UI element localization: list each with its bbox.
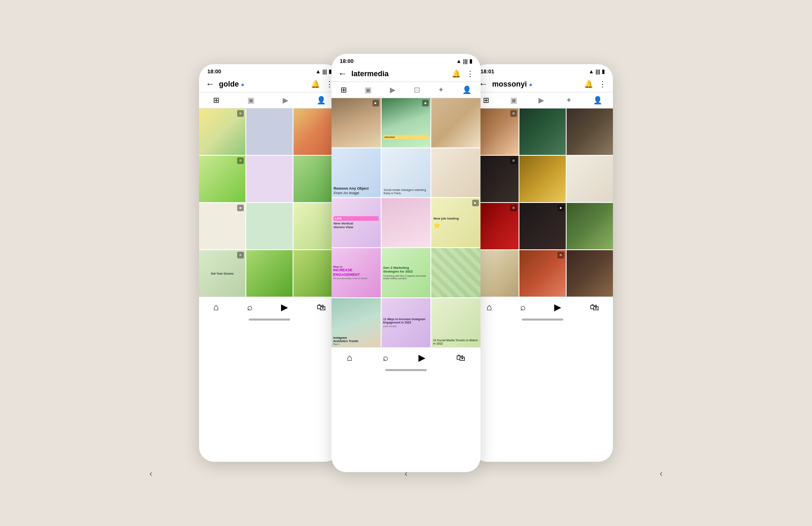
reels-icon-right[interactable]: ▶: [554, 302, 561, 313]
bell-icon-right[interactable]: 🔔: [584, 80, 593, 89]
search-icon-center[interactable]: ⌕: [383, 352, 388, 363]
grid-cell-l4[interactable]: ⊞: [199, 156, 245, 202]
tab-grid-center[interactable]: ⊞: [341, 85, 347, 94]
grid-cell-r11[interactable]: ⊞: [519, 250, 566, 297]
grid-cell-l8[interactable]: [246, 203, 293, 249]
tab-bar-left: ⊞ ▣ ▶ 👤: [199, 92, 340, 109]
grid-cell-r9[interactable]: [567, 203, 613, 249]
home-icon-right[interactable]: ⌂: [486, 302, 492, 313]
grid-cell-l1[interactable]: ⊞: [199, 109, 245, 155]
grid-cell-c9[interactable]: New job loading ⭐ ▶: [431, 198, 480, 247]
signal-icon-c: |||: [463, 58, 468, 64]
tab-video-right[interactable]: ▣: [510, 96, 517, 105]
more-icon-right[interactable]: ⋮: [599, 80, 606, 89]
home-icon-left[interactable]: ⌂: [213, 302, 219, 313]
verified-badge-right: ●: [529, 81, 532, 88]
grid-cell-l10[interactable]: Get Your Greens ⊞: [199, 250, 245, 297]
grid-cell-l2[interactable]: [246, 109, 293, 155]
home-bar-center: [385, 369, 427, 371]
grid-cell-c3[interactable]: [431, 98, 480, 147]
grid-cell-l5[interactable]: [246, 156, 293, 202]
grid-cell-c11[interactable]: Gen Z Marketing Strategies for 2022 Conn…: [382, 248, 431, 297]
bell-icon-left[interactable]: 🔔: [311, 80, 320, 89]
tab-reels-right[interactable]: ▶: [538, 96, 544, 105]
grid-cell-c10[interactable]: Ways to INCREASE ENGAGEMENT Tell your pe…: [332, 248, 381, 297]
cell-badge: ⊞: [237, 157, 244, 164]
status-icons-right: ▲ ||| ▮: [589, 68, 605, 75]
tab-video-left[interactable]: ▣: [247, 96, 255, 105]
tab-tagged-center[interactable]: 👤: [462, 85, 471, 94]
time-center: 18:00: [340, 58, 353, 64]
shop-icon-center[interactable]: 🛍: [456, 352, 465, 363]
cell-badge: ⊞: [510, 157, 517, 164]
grid-cell-r5[interactable]: [519, 156, 566, 202]
home-icon-center[interactable]: ⌂: [347, 352, 352, 363]
tab-tagged-left[interactable]: 👤: [317, 96, 326, 105]
reels-icon-center[interactable]: ▶: [418, 352, 425, 363]
shop-icon-right[interactable]: 🛍: [590, 302, 599, 313]
grid-cell-c4[interactable]: Remove Any Object From An Image: [332, 148, 381, 198]
photo-grid-right: ⊞ ⊞ ⊞ ▶ fanc: [472, 109, 613, 297]
tab-tagged-right[interactable]: 👤: [593, 96, 602, 105]
nav-arrow-right[interactable]: ‹: [660, 468, 663, 479]
grid-cell-c13[interactable]: Instagram Aesthetics Trends Part 1: [332, 298, 381, 347]
search-icon-right[interactable]: ⌕: [520, 302, 526, 313]
battery-icon-c: ▮: [469, 58, 472, 64]
tab-sparkle-right[interactable]: ✦: [566, 96, 572, 105]
grid-cell-c15[interactable]: 10 Social Media Trends to Watch in 2022: [431, 298, 480, 347]
tab-reels-center[interactable]: ▶: [390, 85, 396, 94]
grid-cell-c12[interactable]: [431, 248, 480, 297]
tab-grid-left[interactable]: ⊞: [213, 96, 219, 105]
signal-icon-r: |||: [596, 68, 600, 75]
battery-icon: ▮: [329, 68, 332, 75]
phone-left: 18:00 ▲ ||| ▮ ← golde ● 🔔 ⋮ ⊞ ▣ ▶ 👤: [199, 64, 340, 462]
bell-icon-center[interactable]: 🔔: [452, 69, 461, 78]
tab-sparkle-center[interactable]: ✦: [438, 85, 444, 94]
cell-badge: ▶: [472, 200, 479, 206]
back-button-left[interactable]: ←: [206, 79, 215, 89]
grid-cell-c2[interactable]: ▶ attended: [382, 98, 431, 147]
grid-cell-c8[interactable]: [382, 198, 431, 247]
grid-cell-r12[interactable]: [567, 250, 613, 297]
grid-cell-l7[interactable]: ▶: [199, 203, 245, 249]
status-icons-left: ▲ ||| ▮: [315, 68, 332, 75]
battery-icon-r: ▮: [602, 68, 605, 75]
time-left: 18:00: [207, 68, 221, 75]
grid-cell-c6[interactable]: [431, 148, 480, 198]
verified-badge-left: ●: [241, 81, 244, 88]
username-left: golde ●: [219, 80, 307, 89]
tab-reels-left[interactable]: ▶: [283, 96, 288, 105]
scene: 18:00 ▲ ||| ▮ ← golde ● 🔔 ⋮ ⊞ ▣ ▶ 👤: [75, 35, 737, 491]
nav-bar-center: ← latermedia 🔔 ⋮: [332, 66, 480, 82]
cell-badge: ⊞: [237, 110, 244, 117]
grid-cell-c5[interactable]: Social media managers watching finely in…: [382, 148, 431, 198]
back-button-center[interactable]: ←: [338, 68, 347, 79]
search-icon-left[interactable]: ⌕: [247, 302, 252, 313]
cell-badge: ▶: [372, 100, 379, 106]
more-icon-center[interactable]: ⋮: [466, 69, 474, 78]
status-icons-center: ▲ ||| ▮: [456, 58, 472, 64]
grid-cell-r2[interactable]: [519, 109, 566, 155]
bottom-nav-center: ⌂ ⌕ ▶ 🛍: [332, 347, 480, 367]
phone-center: 18:00 ▲ ||| ▮ ← latermedia 🔔 ⋮ ⊞ ▣ ▶ ⊡ ✦…: [332, 54, 480, 472]
shop-icon-left[interactable]: 🛍: [317, 302, 326, 313]
grid-cell-c14[interactable]: 11 Ways to Increase Instagram Engagement…: [382, 298, 431, 347]
phone-right: 18:01 ▲ ||| ▮ ← mossonyi ● 🔔 ⋮ ⊞ ▣ ▶ ✦ 👤: [472, 64, 613, 462]
username-right: mossonyi ●: [492, 80, 580, 89]
grid-cell-c7[interactable]: LIVE New Vertical Stories View: [332, 198, 381, 247]
grid-cell-l11[interactable]: [246, 250, 293, 297]
cell-badge: ▶: [422, 100, 429, 106]
grid-cell-r6[interactable]: [567, 156, 613, 202]
tab-collab-center[interactable]: ⊡: [414, 85, 420, 94]
grid-cell-r8[interactable]: ▶: [519, 203, 566, 249]
grid-cell-r3[interactable]: [567, 109, 613, 155]
nav-arrow-left[interactable]: ‹: [149, 468, 152, 479]
grid-cell-c1[interactable]: ▶: [332, 98, 381, 147]
tab-grid-right[interactable]: ⊞: [483, 96, 489, 105]
reels-icon-left[interactable]: ▶: [281, 302, 288, 313]
nav-actions-left: 🔔 ⋮: [311, 80, 333, 89]
home-bar-right: [522, 318, 563, 321]
nav-actions-right: 🔔 ⋮: [584, 80, 606, 89]
wifi-icon-r: ▲: [589, 68, 594, 75]
tab-video-center[interactable]: ▣: [365, 85, 372, 94]
